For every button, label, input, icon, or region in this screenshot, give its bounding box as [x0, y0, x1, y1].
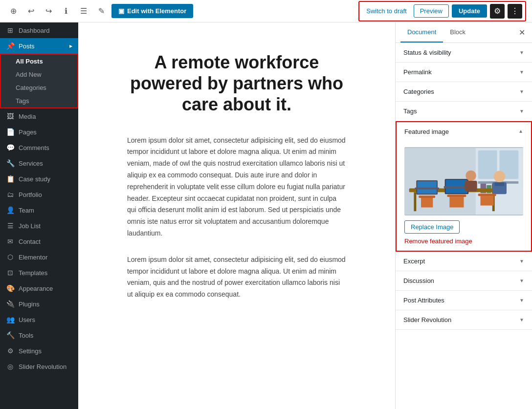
- update-button[interactable]: Update: [452, 4, 487, 18]
- settings-gear-button[interactable]: ⚙: [490, 4, 505, 19]
- comments-icon: 💬: [6, 144, 15, 151]
- section-discussion-header[interactable]: Discussion ▼: [396, 271, 532, 290]
- section-tags-header[interactable]: Tags ▼: [396, 102, 532, 121]
- sidebar-item-job-list[interactable]: ☰ Job List: [0, 218, 78, 234]
- section-featured-image-header[interactable]: Featured image ▼: [397, 122, 531, 141]
- submenu-all-posts[interactable]: All Posts: [1, 55, 77, 68]
- replace-image-button[interactable]: Replace Image: [404, 220, 460, 234]
- section-discussion-label: Discussion: [403, 277, 434, 284]
- svg-rect-22: [419, 195, 435, 198]
- submenu-add-new[interactable]: Add New: [1, 68, 77, 81]
- sidebar-item-portfolio[interactable]: 🗂 Portfolio: [0, 187, 78, 202]
- tools-icon: 🔨: [6, 331, 15, 339]
- more-options-button[interactable]: ⋮: [508, 4, 522, 19]
- posts-icon: 📌: [6, 42, 15, 50]
- list-button[interactable]: ☰: [76, 4, 91, 19]
- sidebar-item-elementor[interactable]: ⬡ Elementor: [0, 249, 78, 265]
- appearance-icon: 🎨: [6, 284, 15, 292]
- templates-icon: ⊡: [6, 269, 15, 277]
- section-tags: Tags ▼: [396, 102, 532, 121]
- chevron-down-icon: ▼: [519, 108, 524, 114]
- tab-block[interactable]: Block: [443, 22, 472, 43]
- sidebar-item-dashboard[interactable]: ⊞ Dashboard: [0, 22, 78, 38]
- section-categories-header[interactable]: Categories ▼: [396, 82, 532, 101]
- media-icon: 🖼: [6, 112, 15, 120]
- section-permalink-header[interactable]: Permalink ▼: [396, 63, 532, 82]
- featured-image-body: Replace Image Remove featured image: [397, 141, 531, 251]
- section-categories: Categories ▼: [396, 82, 532, 102]
- section-status-visibility: Status & visibility ▼: [396, 43, 532, 63]
- chevron-down-icon: ▼: [519, 317, 524, 323]
- sidebar-item-team[interactable]: 👤 Team: [0, 202, 78, 218]
- sidebar-item-appearance[interactable]: 🎨 Appearance: [0, 280, 78, 296]
- slider-revolution-icon: ◎: [6, 363, 15, 370]
- sidebar-item-posts[interactable]: 📌 Posts: [0, 38, 78, 54]
- section-slider-revolution-header[interactable]: Slider Revolution ▼: [396, 310, 532, 329]
- pages-icon: 📄: [6, 128, 15, 136]
- chevron-down-icon: ▼: [519, 258, 524, 264]
- preview-button[interactable]: Preview: [414, 4, 449, 18]
- add-icon-button[interactable]: ⊕: [6, 4, 21, 19]
- panel-body: Status & visibility ▼ Permalink ▼ Catego…: [396, 43, 532, 409]
- section-permalink: Permalink ▼: [396, 63, 532, 82]
- sidebar-item-case-study[interactable]: 📋 Case study: [0, 171, 78, 187]
- sidebar-item-settings[interactable]: ⚙ Settings: [0, 343, 78, 359]
- section-featured-image: Featured image ▼: [396, 121, 532, 252]
- sidebar-item-comments[interactable]: 💬 Comments: [0, 140, 78, 155]
- section-post-attributes: Post Attributes ▼: [396, 291, 532, 310]
- svg-rect-9: [414, 192, 416, 211]
- post-paragraph-1: Lorem ipsum dolor sit amet, consectetur …: [127, 135, 346, 239]
- info-button[interactable]: ℹ: [59, 4, 73, 19]
- svg-rect-13: [415, 188, 439, 190]
- chevron-up-icon: ▼: [518, 129, 523, 134]
- elementor-button[interactable]: ▣ Edit with Elementor: [111, 4, 193, 18]
- sidebar-item-contact[interactable]: ✉ Contact: [0, 234, 78, 249]
- sidebar-item-plugins[interactable]: 🔌 Plugins: [0, 296, 78, 312]
- top-bar-actions: Switch to draft Preview Update ⚙ ⋮: [358, 1, 526, 22]
- team-icon: 👤: [6, 206, 15, 214]
- section-tags-label: Tags: [403, 108, 417, 115]
- chevron-down-icon: ▼: [519, 69, 524, 75]
- submenu-tags[interactable]: Tags: [1, 94, 77, 108]
- section-slider-revolution: Slider Revolution ▼: [396, 310, 532, 330]
- elementor-sidebar-icon: ⬡: [6, 253, 15, 261]
- svg-rect-25: [449, 197, 464, 207]
- svg-point-20: [466, 171, 476, 181]
- remove-featured-image-link[interactable]: Remove featured image: [404, 237, 523, 245]
- sidebar-item-templates[interactable]: ⊡ Templates: [0, 265, 78, 280]
- redo-button[interactable]: ↪: [41, 4, 56, 19]
- job-list-icon: ☰: [6, 222, 15, 230]
- svg-rect-23: [421, 198, 433, 207]
- dashboard-icon: ⊞: [6, 26, 15, 34]
- tab-document[interactable]: Document: [400, 22, 443, 43]
- users-icon: 👥: [6, 316, 15, 323]
- sidebar-item-media[interactable]: 🖼 Media: [0, 108, 78, 124]
- featured-image-preview[interactable]: [404, 147, 523, 215]
- section-excerpt: Excerpt ▼: [396, 252, 532, 271]
- section-status-visibility-label: Status & visibility: [403, 49, 451, 56]
- svg-point-17: [494, 171, 505, 182]
- posts-submenu: All Posts Add New Categories Tags: [0, 54, 78, 108]
- edit-icon-button[interactable]: ✎: [94, 4, 109, 19]
- section-excerpt-header[interactable]: Excerpt ▼: [396, 252, 532, 271]
- sidebar-item-pages[interactable]: 📄 Pages: [0, 124, 78, 140]
- section-post-attributes-header[interactable]: Post Attributes ▼: [396, 291, 532, 310]
- section-status-visibility-header[interactable]: Status & visibility ▼: [396, 43, 532, 62]
- section-post-attributes-label: Post Attributes: [403, 297, 444, 304]
- panel-tabs: Document Block ✕: [396, 22, 532, 43]
- sidebar-item-tools[interactable]: 🔨 Tools: [0, 327, 78, 343]
- svg-rect-26: [478, 194, 496, 196]
- sidebar-item-slider-revolution[interactable]: ◎ Slider Revolution: [0, 359, 78, 374]
- portfolio-icon: 🗂: [6, 191, 15, 198]
- case-study-icon: 📋: [6, 175, 15, 183]
- submenu-categories[interactable]: Categories: [1, 81, 77, 94]
- sidebar-item-services[interactable]: 🔧 Services: [0, 155, 78, 171]
- switch-to-draft-button[interactable]: Switch to draft: [362, 5, 410, 17]
- undo-button[interactable]: ↩: [23, 4, 38, 19]
- svg-rect-24: [447, 194, 466, 197]
- sidebar-item-users[interactable]: 👥 Users: [0, 312, 78, 327]
- top-bar-left: ⊕ ↩ ↪ ℹ ☰ ✎ ▣ Edit with Elementor: [6, 4, 355, 19]
- plugins-icon: 🔌: [6, 300, 15, 308]
- section-featured-image-label: Featured image: [404, 128, 449, 135]
- panel-close-button[interactable]: ✕: [517, 26, 527, 39]
